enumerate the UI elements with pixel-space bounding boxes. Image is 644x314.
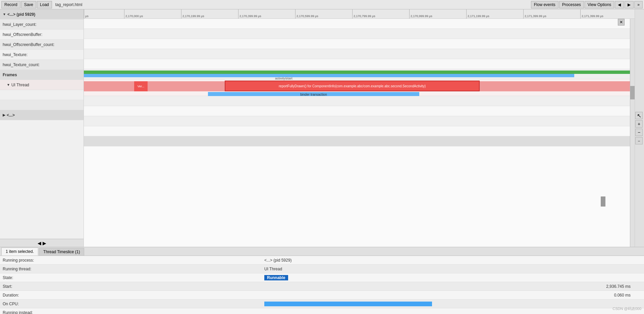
detail-row-thread: Running thread: UI Thread [0,265,644,273]
processes-button[interactable]: Processes [559,1,584,8]
tl-frames-row [84,69,635,79]
tl-row-2 [84,29,635,39]
ruler-tick-5: 2,170,799.99 μs [352,9,375,18]
label-start: Start: [0,283,262,290]
label-state: State: [0,274,262,281]
right-sidebar: ↖ + − ↔ Metrics Alerts Frame Data Input … [635,9,644,247]
tl-row-4 [84,49,635,59]
right-scrollbar-thumb[interactable] [601,196,605,207]
metric-row-offscreen-buffer: hwui_OffscreenBuffer: [0,30,84,40]
ruler-tick-9: 2,171,399.99 μs [580,9,603,18]
ver-label: Ver... [138,85,145,88]
zoom-out-button[interactable]: − [635,129,643,136]
ruler-tick-2: 2,170,199.99 μs [181,9,204,18]
cpu-bar [264,302,432,306]
nav-expand-button[interactable]: » [634,1,643,8]
binder-label: binder transaction [300,93,327,96]
ver-block[interactable]: Ver... [134,81,148,91]
value-start: 2,936.745 ms [262,283,644,290]
ui-thread-expand: ▼ [7,83,10,87]
metric-row-texture-count: hwui_Texture_count: [0,60,84,70]
blank-row-1 [0,90,84,100]
process-header[interactable]: ▼ <...> (pid 5929) [0,9,84,19]
timeline-area: ✕ μs 2,170,000 μs 2,170,199.99 μs 2,170,… [84,9,635,247]
collapsed-expand: ▶ [3,113,5,117]
record-button[interactable]: Record [1,1,20,8]
tab-thread-timeslice[interactable]: Thread Timeslice (1) [39,248,84,256]
detail-row-start: Start: 2,936.745 ms [0,282,644,291]
frames-green-bar [84,71,635,74]
toolbar: Record Save Load tag_report.html Flow ev… [0,0,644,9]
ruler-tick-3: 2,170,399.99 μs [238,9,261,18]
tl-ui-thread-row: Ver... reportFullyDrawn() for ComponentI… [84,79,635,96]
label-duration: Duration: [0,291,262,299]
detail-row-running-instead: Running instead: [0,308,644,314]
collapsed-row[interactable]: ▶ <...> [0,110,84,120]
detail-row-duration: Duration: 0.060 ms [0,291,644,300]
ruler-tick-7: 2,171,199.99 μs [466,9,489,18]
tl-blank-3 [84,116,635,126]
metric-row-layer-count: hwui_Layer_count: [0,19,84,30]
metric-row-offscreen-buffer-count: hwui_OffscreenBuffer_count: [0,40,84,50]
nav-forward-button[interactable]: ▶ [625,1,634,8]
bottom-panel: 1 item selected. Thread Timeslice (1) Ru… [0,247,644,314]
timeline-ruler: μs 2,170,000 μs 2,170,199.99 μs 2,170,39… [84,9,635,19]
value-state: Runnable [262,274,644,282]
watermark: CSDN @码农000 [612,306,641,311]
value-running-thread: UI Thread [262,265,644,273]
detail-row-state: State: Runnable [0,273,644,282]
selected-block-label: reportFullyDrawn() for ComponentInfo{com… [279,84,426,88]
value-on-cpu [262,300,644,308]
state-badge: Runnable [264,275,288,280]
tl-row-3 [84,39,635,49]
metric-row-texture: hwui_Texture: [0,50,84,60]
tl-collapsed-row [84,136,635,146]
value-duration: 0.060 ms [262,291,644,299]
tl-blank-2 [84,106,635,116]
tl-row-1 [84,19,635,29]
cursor-button[interactable]: ↖ [635,112,643,119]
ruler-tick-6: 2,170,999.99 μs [409,9,432,18]
save-button[interactable]: Save [21,1,36,8]
selected-block[interactable]: reportFullyDrawn() for ComponentInfo{com… [225,81,480,91]
ruler-tick-0: μs [84,9,89,18]
filename-label: tag_report.html [53,2,85,8]
ruler-tick-8: 2,171,399.99 μs [523,9,546,18]
scrollbar-thumb[interactable] [630,86,635,99]
expand-arrow: ▼ [3,12,6,16]
bottom-content: Running process: <...> (pid 5929) Runnin… [0,256,644,314]
value-running-instead [262,311,644,314]
frames-section: Frames [0,70,84,80]
tl-blank-1 [84,96,635,106]
value-running-process: <...> (pid 5929) [262,257,644,264]
bottom-tabs: 1 item selected. Thread Timeslice (1) [0,247,644,256]
flow-events-button[interactable]: Flow events [531,1,558,8]
scroll-left-button[interactable]: ◀ ▶ [0,239,84,247]
label-on-cpu: On CPU: [0,300,262,308]
close-button[interactable]: ✕ [618,19,625,26]
activity-start-label: activityStart [275,77,292,80]
load-button[interactable]: Load [37,1,52,8]
ui-thread-row[interactable]: ▼ UI Thread [0,80,84,90]
frames-blue-bar [84,74,574,77]
fit-button[interactable]: ↔ [635,137,643,144]
nav-back-button[interactable]: ◀ [615,1,624,8]
ruler-tick-4: 2,170,599.99 μs [295,9,318,18]
main-area: ▼ <...> (pid 5929) hwui_Layer_count: hwu… [0,9,644,247]
ruler-tick-1: 2,170,000 μs [124,9,143,18]
label-running-thread: Running thread: [0,265,262,273]
blank-row-2 [0,100,84,110]
vertical-scrollbar[interactable] [630,19,635,247]
detail-row-process: Running process: <...> (pid 5929) [0,256,644,265]
scroll-left-icon: ◀ [38,240,41,246]
process-label: <...> (pid 5929) [7,12,35,17]
view-options-button[interactable]: View Options [585,1,614,8]
detail-row-cpu: On CPU: [0,300,644,308]
scroll-right-icon: ▶ [43,240,46,246]
tab-selected-item[interactable]: 1 item selected. [1,248,38,256]
timeline-content: Ver... reportFullyDrawn() for ComponentI… [84,19,635,247]
tl-blank-4 [84,126,635,136]
left-panel: ▼ <...> (pid 5929) hwui_Layer_count: hwu… [0,9,84,247]
tl-row-5 [84,59,635,69]
zoom-in-button[interactable]: + [635,120,643,128]
